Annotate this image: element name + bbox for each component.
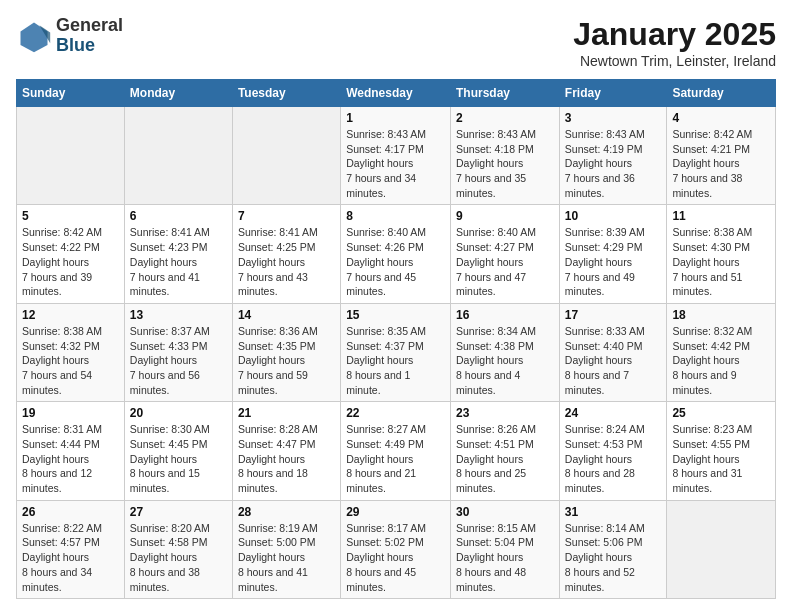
calendar-cell: 11 Sunrise: 8:38 AM Sunset: 4:30 PM Dayl… [667,205,776,303]
day-number: 27 [130,505,227,519]
day-info: Sunrise: 8:17 AM Sunset: 5:02 PM Dayligh… [346,521,445,594]
day-info: Sunrise: 8:43 AM Sunset: 4:19 PM Dayligh… [565,127,662,200]
calendar-cell: 20 Sunrise: 8:30 AM Sunset: 4:45 PM Dayl… [124,402,232,500]
day-number: 13 [130,308,227,322]
page-header: General Blue January 2025 Newtown Trim, … [16,16,776,69]
calendar-week-row: 5 Sunrise: 8:42 AM Sunset: 4:22 PM Dayli… [17,205,776,303]
day-info: Sunrise: 8:20 AM Sunset: 4:58 PM Dayligh… [130,521,227,594]
day-info: Sunrise: 8:14 AM Sunset: 5:06 PM Dayligh… [565,521,662,594]
day-number: 8 [346,209,445,223]
day-info: Sunrise: 8:39 AM Sunset: 4:29 PM Dayligh… [565,225,662,298]
calendar-week-row: 26 Sunrise: 8:22 AM Sunset: 4:57 PM Dayl… [17,500,776,598]
day-number: 18 [672,308,770,322]
calendar-cell: 23 Sunrise: 8:26 AM Sunset: 4:51 PM Dayl… [451,402,560,500]
day-info: Sunrise: 8:33 AM Sunset: 4:40 PM Dayligh… [565,324,662,397]
day-info: Sunrise: 8:34 AM Sunset: 4:38 PM Dayligh… [456,324,554,397]
calendar-cell: 14 Sunrise: 8:36 AM Sunset: 4:35 PM Dayl… [232,303,340,401]
title-block: January 2025 Newtown Trim, Leinster, Ire… [573,16,776,69]
day-number: 6 [130,209,227,223]
day-info: Sunrise: 8:43 AM Sunset: 4:18 PM Dayligh… [456,127,554,200]
day-number: 29 [346,505,445,519]
day-info: Sunrise: 8:23 AM Sunset: 4:55 PM Dayligh… [672,422,770,495]
logo-icon [16,18,52,54]
day-number: 20 [130,406,227,420]
calendar-cell: 22 Sunrise: 8:27 AM Sunset: 4:49 PM Dayl… [341,402,451,500]
calendar-cell: 27 Sunrise: 8:20 AM Sunset: 4:58 PM Dayl… [124,500,232,598]
weekday-header-monday: Monday [124,80,232,107]
day-info: Sunrise: 8:40 AM Sunset: 4:26 PM Dayligh… [346,225,445,298]
day-number: 16 [456,308,554,322]
calendar-cell: 8 Sunrise: 8:40 AM Sunset: 4:26 PM Dayli… [341,205,451,303]
calendar-week-row: 19 Sunrise: 8:31 AM Sunset: 4:44 PM Dayl… [17,402,776,500]
day-number: 10 [565,209,662,223]
day-info: Sunrise: 8:28 AM Sunset: 4:47 PM Dayligh… [238,422,335,495]
day-number: 26 [22,505,119,519]
day-number: 4 [672,111,770,125]
day-info: Sunrise: 8:41 AM Sunset: 4:23 PM Dayligh… [130,225,227,298]
calendar-cell: 4 Sunrise: 8:42 AM Sunset: 4:21 PM Dayli… [667,107,776,205]
calendar-cell: 17 Sunrise: 8:33 AM Sunset: 4:40 PM Dayl… [559,303,667,401]
day-number: 22 [346,406,445,420]
day-number: 3 [565,111,662,125]
calendar-cell: 1 Sunrise: 8:43 AM Sunset: 4:17 PM Dayli… [341,107,451,205]
weekday-header-friday: Friday [559,80,667,107]
day-info: Sunrise: 8:42 AM Sunset: 4:21 PM Dayligh… [672,127,770,200]
logo-text: General Blue [56,16,123,56]
svg-marker-0 [21,22,48,52]
calendar-cell: 21 Sunrise: 8:28 AM Sunset: 4:47 PM Dayl… [232,402,340,500]
day-number: 31 [565,505,662,519]
calendar-cell: 31 Sunrise: 8:14 AM Sunset: 5:06 PM Dayl… [559,500,667,598]
weekday-header-wednesday: Wednesday [341,80,451,107]
day-info: Sunrise: 8:26 AM Sunset: 4:51 PM Dayligh… [456,422,554,495]
calendar-cell: 29 Sunrise: 8:17 AM Sunset: 5:02 PM Dayl… [341,500,451,598]
calendar-cell: 10 Sunrise: 8:39 AM Sunset: 4:29 PM Dayl… [559,205,667,303]
day-number: 28 [238,505,335,519]
calendar-cell [667,500,776,598]
day-number: 23 [456,406,554,420]
day-number: 11 [672,209,770,223]
calendar-cell [17,107,125,205]
calendar-cell: 13 Sunrise: 8:37 AM Sunset: 4:33 PM Dayl… [124,303,232,401]
day-info: Sunrise: 8:40 AM Sunset: 4:27 PM Dayligh… [456,225,554,298]
day-number: 24 [565,406,662,420]
weekday-header-thursday: Thursday [451,80,560,107]
calendar-cell: 26 Sunrise: 8:22 AM Sunset: 4:57 PM Dayl… [17,500,125,598]
calendar-cell [124,107,232,205]
logo-general-text: General [56,16,123,36]
calendar-cell: 6 Sunrise: 8:41 AM Sunset: 4:23 PM Dayli… [124,205,232,303]
day-number: 30 [456,505,554,519]
day-info: Sunrise: 8:24 AM Sunset: 4:53 PM Dayligh… [565,422,662,495]
day-number: 19 [22,406,119,420]
calendar-cell: 9 Sunrise: 8:40 AM Sunset: 4:27 PM Dayli… [451,205,560,303]
calendar-table: SundayMondayTuesdayWednesdayThursdayFrid… [16,79,776,599]
weekday-header-sunday: Sunday [17,80,125,107]
calendar-cell: 7 Sunrise: 8:41 AM Sunset: 4:25 PM Dayli… [232,205,340,303]
calendar-cell: 19 Sunrise: 8:31 AM Sunset: 4:44 PM Dayl… [17,402,125,500]
day-info: Sunrise: 8:36 AM Sunset: 4:35 PM Dayligh… [238,324,335,397]
day-number: 2 [456,111,554,125]
day-info: Sunrise: 8:38 AM Sunset: 4:32 PM Dayligh… [22,324,119,397]
day-number: 21 [238,406,335,420]
calendar-cell: 16 Sunrise: 8:34 AM Sunset: 4:38 PM Dayl… [451,303,560,401]
day-info: Sunrise: 8:37 AM Sunset: 4:33 PM Dayligh… [130,324,227,397]
calendar-cell: 5 Sunrise: 8:42 AM Sunset: 4:22 PM Dayli… [17,205,125,303]
day-info: Sunrise: 8:30 AM Sunset: 4:45 PM Dayligh… [130,422,227,495]
calendar-cell: 2 Sunrise: 8:43 AM Sunset: 4:18 PM Dayli… [451,107,560,205]
weekday-header-row: SundayMondayTuesdayWednesdayThursdayFrid… [17,80,776,107]
day-info: Sunrise: 8:43 AM Sunset: 4:17 PM Dayligh… [346,127,445,200]
day-info: Sunrise: 8:19 AM Sunset: 5:00 PM Dayligh… [238,521,335,594]
day-number: 9 [456,209,554,223]
day-info: Sunrise: 8:41 AM Sunset: 4:25 PM Dayligh… [238,225,335,298]
day-info: Sunrise: 8:32 AM Sunset: 4:42 PM Dayligh… [672,324,770,397]
calendar-cell: 15 Sunrise: 8:35 AM Sunset: 4:37 PM Dayl… [341,303,451,401]
day-number: 25 [672,406,770,420]
location: Newtown Trim, Leinster, Ireland [573,53,776,69]
calendar-cell: 30 Sunrise: 8:15 AM Sunset: 5:04 PM Dayl… [451,500,560,598]
calendar-cell [232,107,340,205]
calendar-body: 1 Sunrise: 8:43 AM Sunset: 4:17 PM Dayli… [17,107,776,599]
day-number: 5 [22,209,119,223]
logo: General Blue [16,16,123,56]
day-number: 15 [346,308,445,322]
day-info: Sunrise: 8:35 AM Sunset: 4:37 PM Dayligh… [346,324,445,397]
weekday-header-tuesday: Tuesday [232,80,340,107]
